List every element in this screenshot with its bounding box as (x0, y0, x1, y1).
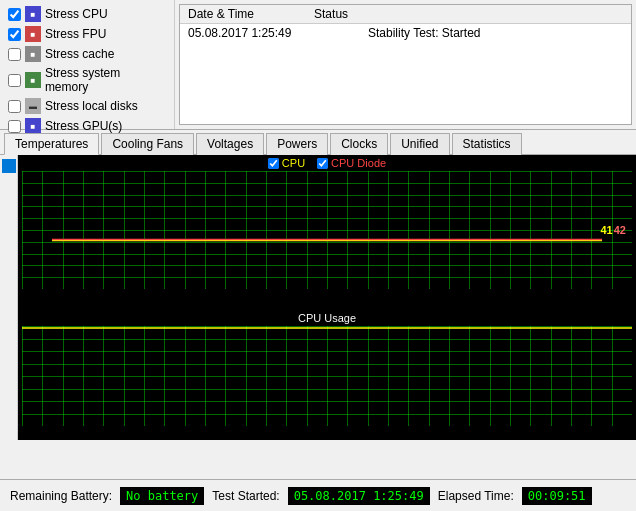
temp-val-red: 42 (614, 224, 626, 236)
stress-memory-label: Stress system memory (45, 66, 166, 94)
usage-title: CPU Usage (18, 310, 636, 326)
footer: Remaining Battery: No battery Test Start… (0, 479, 636, 511)
stress-gpu-label: Stress GPU(s) (45, 119, 122, 133)
cache-icon: ■ (25, 46, 41, 62)
battery-label: Remaining Battery: (10, 489, 112, 503)
log-date: 05.08.2017 1:25:49 (188, 26, 308, 40)
stress-fpu-label: Stress FPU (45, 27, 106, 41)
temp-legend-bar: CPU CPU Diode (18, 155, 636, 171)
battery-value: No battery (120, 487, 204, 505)
gpu-icon: ■ (25, 118, 41, 134)
tab-temperatures[interactable]: Temperatures (4, 133, 99, 155)
stress-cpu-label: Stress CPU (45, 7, 108, 21)
temp-chart-wrapper: CPU CPU Diode 100°c 0°c /* grid lines dr… (0, 155, 636, 310)
tab-voltages[interactable]: Voltages (196, 133, 264, 155)
stress-disks-label: Stress local disks (45, 99, 138, 113)
stress-panel: ■ Stress CPU ■ Stress FPU ■ Stress cache… (0, 0, 175, 129)
legend-cpu: CPU (268, 157, 305, 169)
temp-chart: CPU CPU Diode 100°c 0°c /* grid lines dr… (18, 155, 636, 310)
usage-chart: CPU Usage 100% 0% 100% (18, 310, 636, 440)
charts-area: CPU CPU Diode 100°c 0°c /* grid lines dr… (0, 155, 636, 440)
stress-memory-checkbox[interactable] (8, 74, 21, 87)
temp-val-yellow: 41 (601, 224, 613, 236)
legend-diode-label: CPU Diode (331, 157, 386, 169)
legend-cpu-label: CPU (282, 157, 305, 169)
stress-cpu-checkbox[interactable] (8, 8, 21, 21)
fpu-icon: ■ (25, 26, 41, 42)
stress-cache-label: Stress cache (45, 47, 114, 61)
test-started-label: Test Started: (212, 489, 279, 503)
log-row: 05.08.2017 1:25:49 Stability Test: Start… (180, 24, 631, 42)
stress-cache-item: ■ Stress cache (8, 46, 166, 62)
log-col-status: Status (314, 7, 348, 21)
cpu-icon: ■ (25, 6, 41, 22)
log-col-date: Date & Time (188, 7, 254, 21)
temp-values: 41 42 (601, 224, 627, 236)
stress-gpu-checkbox[interactable] (8, 120, 21, 133)
usage-chart-wrapper: CPU Usage 100% 0% 100% (0, 310, 636, 440)
tab-powers[interactable]: Powers (266, 133, 328, 155)
elapsed-value: 00:09:51 (522, 487, 592, 505)
stress-fpu-checkbox[interactable] (8, 28, 21, 41)
log-header: Date & Time Status (180, 5, 631, 24)
nav-indicator[interactable] (2, 159, 16, 173)
stress-fpu-item: ■ Stress FPU (8, 26, 166, 42)
temp-canvas (22, 171, 632, 289)
tab-statistics[interactable]: Statistics (452, 133, 522, 155)
stress-gpu-item: ■ Stress GPU(s) (8, 118, 166, 134)
tab-clocks[interactable]: Clocks (330, 133, 388, 155)
stress-cpu-item: ■ Stress CPU (8, 6, 166, 22)
stress-disks-checkbox[interactable] (8, 100, 21, 113)
legend-diode: CPU Diode (317, 157, 386, 169)
temp-grid-area: 100°c 0°c /* grid lines drawn via JS bel… (22, 171, 632, 289)
legend-cpu-checkbox[interactable] (268, 158, 279, 169)
legend-diode-checkbox[interactable] (317, 158, 328, 169)
stress-cache-checkbox[interactable] (8, 48, 21, 61)
usage-grid-area: 100% 0% 100% (22, 326, 632, 426)
tab-unified[interactable]: Unified (390, 133, 449, 155)
mem-icon: ■ (25, 72, 41, 88)
disk-icon: ▬ (25, 98, 41, 114)
log-status: Stability Test: Started (368, 26, 481, 40)
side-nav (0, 155, 18, 310)
log-panel: Date & Time Status 05.08.2017 1:25:49 St… (179, 4, 632, 125)
side-spacer (0, 310, 18, 440)
tabs-row: Temperatures Cooling Fans Voltages Power… (0, 130, 636, 155)
stress-memory-item: ■ Stress system memory (8, 66, 166, 94)
tab-cooling-fans[interactable]: Cooling Fans (101, 133, 194, 155)
usage-canvas (22, 326, 632, 426)
test-started-value: 05.08.2017 1:25:49 (288, 487, 430, 505)
stress-disks-item: ▬ Stress local disks (8, 98, 166, 114)
elapsed-label: Elapsed Time: (438, 489, 514, 503)
